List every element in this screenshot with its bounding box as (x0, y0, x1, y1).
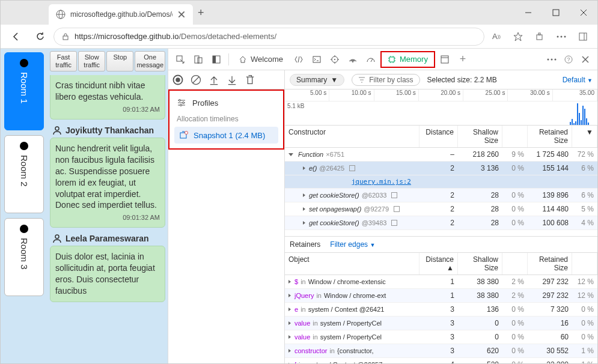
delete-icon[interactable] (244, 74, 256, 86)
svg-point-45 (180, 105, 182, 106)
chat-action-button[interactable]: Stop (106, 51, 133, 71)
tab-welcome[interactable]: Welcome (233, 51, 289, 68)
url-field[interactable]: https://microsoftedge.github.io/Demos/de… (53, 28, 484, 46)
performance-icon[interactable] (362, 51, 379, 68)
browser-tab[interactable]: microsoftedge.github.io/Demos/d (49, 4, 193, 25)
constructor-row[interactable]: get cookieStore() @394832280 %100 6084 % (285, 216, 597, 230)
status-dot (20, 225, 28, 233)
devtools: Welcome Memory + ? (168, 49, 597, 363)
constructor-row[interactable]: set onpageswap() @922792280 %114 4805 % (285, 202, 597, 216)
view-dropdown[interactable]: Summary ▼ (290, 74, 344, 86)
selected-size-label: Selected size: 2.2 MB (427, 76, 497, 84)
filter-edges-dropdown[interactable]: Filter edges ▼ (330, 240, 375, 249)
svg-point-43 (179, 100, 181, 102)
allocation-chart[interactable]: 5.1 kB (285, 102, 597, 126)
default-dropdown[interactable]: Default ▼ (563, 76, 593, 84)
close-window-button[interactable] (570, 1, 597, 25)
profiles-pane: Profiles Allocation timelines Snapshot 1… (168, 70, 285, 363)
more-icon[interactable] (552, 27, 571, 46)
snapshot-item[interactable]: Snapshot 1 (2.4 MB) (174, 127, 278, 144)
refresh-button[interactable] (29, 27, 51, 46)
retainer-row[interactable]: constructor in {constructor,36200 %30 55… (285, 344, 597, 358)
status-dot (20, 59, 28, 67)
settings-icon (177, 98, 186, 108)
svg-line-42 (193, 77, 199, 83)
svg-point-12 (557, 35, 559, 37)
svg-point-33 (551, 58, 553, 60)
extensions-icon[interactable] (530, 27, 549, 46)
svg-point-27 (352, 61, 353, 62)
svg-point-26 (334, 59, 335, 60)
rooms-sidebar: Room 1Room 2Room 3 (1, 49, 47, 363)
retainers-table-header: Object Distance ▲ Shallow Size Retained … (285, 253, 597, 275)
svg-rect-11 (539, 33, 540, 35)
message-timestamp: 09:01:32 AM (55, 105, 160, 114)
message-bubble: Nunc hendrerit velit ligula, non faucibu… (50, 138, 165, 228)
read-aloud-icon[interactable]: A)) (487, 27, 506, 46)
svg-rect-9 (63, 36, 68, 40)
room-button-1[interactable]: Room 1 (4, 52, 44, 130)
svg-rect-20 (195, 56, 199, 63)
chat-action-button[interactable]: Slowtraffic (78, 51, 105, 71)
titlebar: microsoftedge.github.io/Demos/d + (1, 1, 597, 25)
room-button-2[interactable]: Room 2 (4, 135, 44, 213)
room-button-3[interactable]: Room 3 (4, 218, 44, 296)
lock-icon (61, 32, 70, 41)
svg-rect-23 (213, 56, 216, 63)
class-filter-input[interactable]: Filter by class (352, 74, 420, 86)
constructor-row[interactable]: e() @2642523 1360 %155 1446 % (285, 162, 597, 175)
application-icon[interactable] (436, 51, 453, 68)
save-icon[interactable] (226, 74, 238, 86)
message-bubble: Cras tincidunt nibh vitae libero egestas… (50, 75, 165, 120)
svg-rect-6 (553, 10, 559, 16)
room-name: Room 2 (19, 155, 29, 187)
svg-point-34 (555, 58, 557, 60)
retainer-row[interactable]: jQuery in Window / chrome-ext138 3802 %2… (285, 289, 597, 303)
minimize-button[interactable] (514, 1, 542, 25)
retainer-row[interactable]: f in system / Context @2625745200 %22 30… (285, 358, 597, 363)
back-button[interactable] (5, 27, 27, 46)
sources-icon[interactable] (326, 51, 343, 68)
load-icon[interactable] (208, 74, 220, 86)
timeline-ruler: 5.00 s10.00 s15.00 s20.00 s25.00 s30.00 … (285, 89, 597, 102)
maximize-button[interactable] (542, 1, 570, 25)
snapshot-icon (179, 130, 189, 140)
allocation-timelines-label: Allocation timelines (169, 110, 283, 127)
retainer-row[interactable]: value in system / PropertyCel300 %160 % (285, 317, 597, 330)
inspect-icon[interactable] (172, 51, 189, 68)
globe-icon (56, 10, 66, 19)
more-tools-icon[interactable] (543, 51, 560, 68)
sidebar-toggle-icon[interactable] (573, 27, 593, 46)
console-icon[interactable] (308, 51, 325, 68)
tab-memory[interactable]: Memory (380, 51, 435, 68)
add-tab-icon[interactable]: + (454, 51, 471, 68)
chat-action-button[interactable]: Onemessage (135, 51, 165, 71)
close-tab-icon[interactable] (177, 10, 186, 19)
message-sender: Leela Parameswaran (50, 234, 165, 243)
retainer-row[interactable]: $ in Window / chrome-extensic138 3802 %2… (285, 275, 597, 289)
retainer-row[interactable]: e in system / Context @2642131360 %7 320… (285, 303, 597, 317)
svg-point-14 (564, 35, 566, 37)
new-tab-button[interactable]: + (198, 7, 204, 19)
help-icon[interactable]: ? (560, 51, 577, 68)
message-sender: Joyikutty Thankachan (50, 126, 165, 135)
svg-point-47 (185, 132, 188, 135)
retainer-row[interactable]: value in system / PropertyCel300 %600 % (285, 330, 597, 344)
retainers-label: Retainers (290, 240, 320, 249)
elements-icon[interactable] (290, 51, 307, 68)
constructor-row[interactable]: get cookieStore() @620332280 %139 8966 % (285, 189, 597, 202)
svg-rect-30 (441, 56, 448, 63)
chat-action-button[interactable]: Fasttraffic (50, 51, 77, 71)
room-name: Room 1 (19, 72, 29, 104)
record-icon[interactable] (172, 74, 184, 86)
device-icon[interactable] (190, 51, 207, 68)
svg-point-32 (548, 58, 549, 60)
constructor-row[interactable]: Function ×6751–218 2609 %1 725 48072 % (285, 148, 597, 162)
clear-icon[interactable] (190, 74, 202, 86)
favorite-icon[interactable] (508, 27, 528, 46)
svg-rect-15 (579, 33, 587, 40)
network-icon[interactable] (344, 51, 361, 68)
dock-icon[interactable] (208, 51, 225, 68)
svg-rect-10 (537, 35, 542, 40)
close-devtools-icon[interactable] (577, 51, 594, 68)
